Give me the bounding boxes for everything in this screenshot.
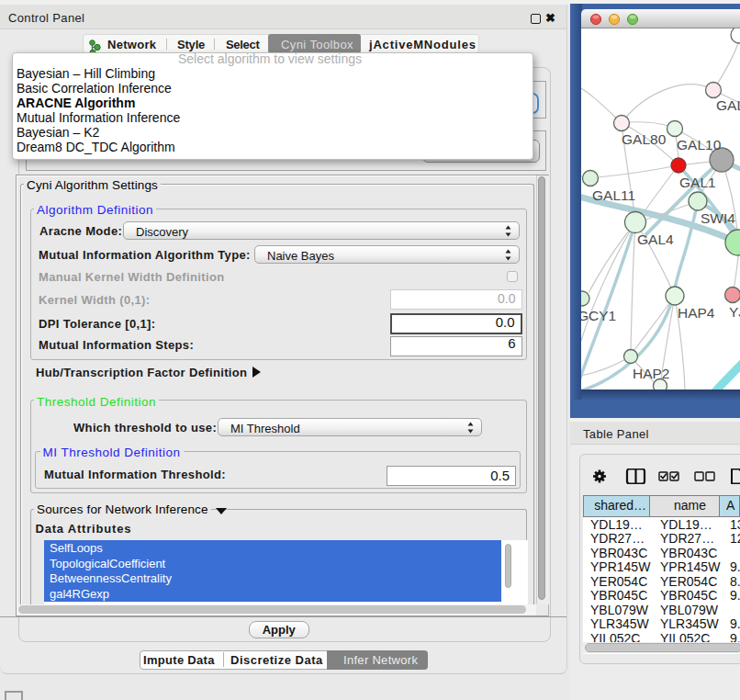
svg-text:HAP4: HAP4 xyxy=(678,305,715,321)
svg-text:GAL11: GAL11 xyxy=(592,187,635,203)
svg-text:GAL10: GAL10 xyxy=(677,137,722,152)
svg-text:GAL2: GAL2 xyxy=(716,97,740,113)
svg-text:GAL4: GAL4 xyxy=(637,231,674,247)
svg-text:GAL1: GAL1 xyxy=(679,175,716,190)
svg-text:YJL0: YJL0 xyxy=(729,304,740,320)
svg-text:GCY1: GCY1 xyxy=(581,308,616,323)
svg-text:SWI4: SWI4 xyxy=(701,210,735,226)
svg-text:GAL80: GAL80 xyxy=(622,131,667,147)
svg-text:HAP2: HAP2 xyxy=(633,366,670,381)
